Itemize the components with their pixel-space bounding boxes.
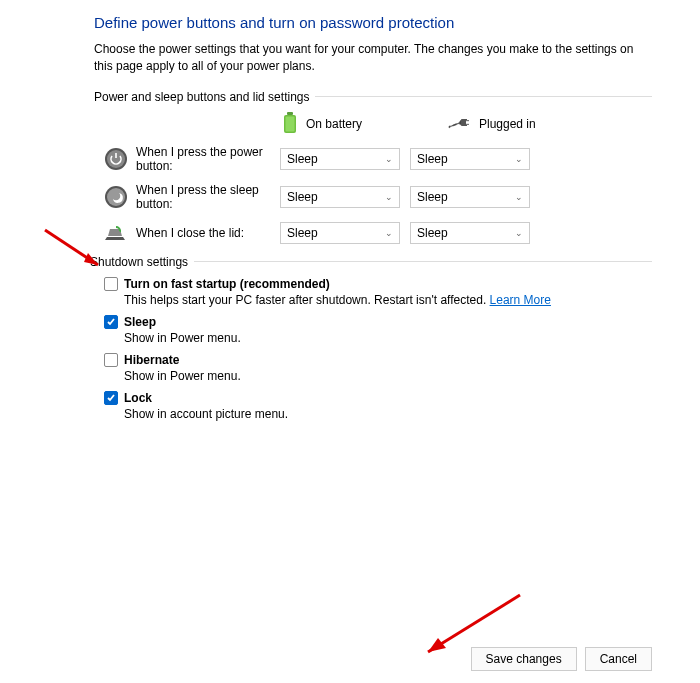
learn-more-link[interactable]: Learn More [490, 293, 551, 307]
column-plugged-in: Plugged in [447, 112, 612, 137]
battery-icon [282, 112, 298, 137]
svg-rect-5 [461, 119, 466, 126]
column-plugged-in-label: Plugged in [479, 117, 536, 131]
close-lid-battery-select[interactable]: Sleep ⌄ [280, 222, 400, 244]
svg-rect-2 [286, 116, 295, 131]
chevron-down-icon: ⌄ [385, 154, 393, 164]
section-shutdown: Shutdown settings [90, 255, 652, 269]
power-button-plugged-select[interactable]: Sleep ⌄ [410, 148, 530, 170]
svg-rect-6 [466, 120, 469, 121]
section-power-sleep: Power and sleep buttons and lid settings [94, 90, 652, 104]
sleep-button-icon [104, 185, 128, 209]
page-description: Choose the power settings that you want … [94, 41, 652, 76]
lock-label: Lock [124, 391, 152, 405]
svg-marker-15 [428, 638, 446, 652]
chevron-down-icon: ⌄ [515, 154, 523, 164]
sleep-button-plugged-select[interactable]: Sleep ⌄ [410, 186, 530, 208]
fast-startup-label: Turn on fast startup (recommended) [124, 277, 330, 291]
save-changes-button[interactable]: Save changes [471, 647, 577, 671]
power-button-label: When I press the power button: [136, 145, 280, 173]
section-shutdown-label: Shutdown settings [90, 255, 188, 269]
chevron-down-icon: ⌄ [515, 192, 523, 202]
column-on-battery: On battery [282, 112, 447, 137]
sleep-label: Sleep [124, 315, 156, 329]
lock-checkbox[interactable] [104, 391, 118, 405]
chevron-down-icon: ⌄ [385, 192, 393, 202]
close-lid-label: When I close the lid: [136, 226, 280, 240]
hibernate-label: Hibernate [124, 353, 179, 367]
sleep-desc: Show in Power menu. [124, 331, 652, 345]
cancel-button[interactable]: Cancel [585, 647, 652, 671]
section-power-sleep-label: Power and sleep buttons and lid settings [94, 90, 309, 104]
hibernate-checkbox[interactable] [104, 353, 118, 367]
sleep-checkbox[interactable] [104, 315, 118, 329]
sleep-button-label: When I press the sleep button: [136, 183, 280, 211]
svg-rect-0 [287, 112, 293, 115]
hibernate-desc: Show in Power menu. [124, 369, 652, 383]
plug-icon [447, 116, 471, 133]
svg-rect-7 [466, 124, 469, 125]
power-button-battery-select[interactable]: Sleep ⌄ [280, 148, 400, 170]
lock-desc: Show in account picture menu. [124, 407, 652, 421]
chevron-down-icon: ⌄ [385, 228, 393, 238]
fast-startup-desc: This helps start your PC faster after sh… [124, 293, 652, 307]
power-button-icon [104, 147, 128, 171]
svg-line-14 [428, 595, 520, 652]
close-lid-icon [104, 221, 128, 245]
svg-point-9 [107, 150, 125, 168]
page-title: Define power buttons and turn on passwor… [94, 14, 652, 31]
sleep-button-battery-select[interactable]: Sleep ⌄ [280, 186, 400, 208]
fast-startup-checkbox[interactable] [104, 277, 118, 291]
column-on-battery-label: On battery [306, 117, 362, 131]
close-lid-plugged-select[interactable]: Sleep ⌄ [410, 222, 530, 244]
chevron-down-icon: ⌄ [515, 228, 523, 238]
